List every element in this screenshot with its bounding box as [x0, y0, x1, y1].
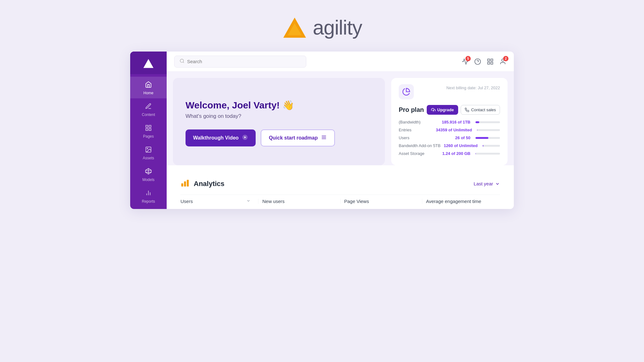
plan-name-row: Pro plan Upgrade: [399, 105, 500, 115]
walkthrough-video-button[interactable]: Walkthrough Video: [186, 129, 256, 146]
notifications-badge: 5: [465, 56, 471, 61]
analytics-header: Analytics Last year: [180, 178, 500, 189]
svg-rect-24: [488, 62, 490, 64]
header-bar: 5: [167, 52, 514, 72]
content-icon: [145, 103, 152, 111]
reports-icon: [145, 189, 152, 198]
contact-btn-label: Contact sales: [471, 107, 496, 112]
sidebar-item-reports[interactable]: Reports: [130, 185, 167, 207]
sidebar-item-models[interactable]: Models: [130, 163, 167, 185]
svg-rect-22: [491, 59, 493, 61]
sidebar-item-content[interactable]: Content: [130, 98, 167, 120]
search-icon: [180, 58, 185, 65]
analytics-col-users: Users: [180, 199, 254, 204]
svg-rect-23: [491, 62, 493, 64]
svg-rect-21: [488, 59, 490, 61]
sidebar-item-assets-label: Assets: [143, 156, 154, 160]
top-logo-section: agility: [0, 0, 644, 52]
avatar-badge: 2: [503, 56, 508, 61]
sidebar-item-models-label: Models: [142, 178, 155, 182]
analytics-columns: Users New users Page Views: [180, 195, 500, 204]
svg-line-18: [183, 62, 184, 63]
sidebar-item-assets[interactable]: Assets: [130, 142, 167, 163]
usage-value: 1260 of Unlimited: [443, 143, 478, 148]
analytics-col-users-label: Users: [180, 199, 193, 204]
sidebar: Home Content Pages: [130, 52, 167, 209]
usage-value: 34359 of Unlimited: [436, 128, 472, 132]
usage-row: Asset Storage 1.24 of 200 GB: [399, 151, 500, 156]
analytics-title: Analytics: [194, 180, 225, 188]
play-icon: [242, 134, 248, 142]
roadmap-icon: [321, 134, 327, 141]
plan-actions: Upgrade Contact sales: [427, 105, 500, 115]
btn-quickstart-label: Quick start roadmap: [269, 135, 318, 141]
quick-start-roadmap-button[interactable]: Quick start roadmap: [261, 129, 335, 146]
analytics-col-avgengagement: Average engagement time: [426, 199, 500, 204]
btn-walkthrough-label: Walkthrough Video: [193, 135, 239, 141]
plan-card-top: Next billing date: Jul 27, 2022: [399, 84, 500, 99]
search-input[interactable]: [187, 59, 301, 64]
usage-bar: [483, 145, 500, 147]
help-btn[interactable]: [474, 58, 481, 65]
svg-rect-33: [184, 181, 186, 186]
welcome-title: Welcome, Joel Varty! 👋: [186, 100, 372, 111]
svg-rect-5: [149, 125, 151, 127]
svg-rect-4: [146, 125, 148, 127]
welcome-subtitle: What's going on today?: [186, 113, 372, 119]
assets-icon: [145, 146, 152, 154]
search-box[interactable]: [174, 56, 306, 68]
plan-icon: [399, 84, 414, 99]
billing-date: Next billing date: Jul 27, 2022: [446, 84, 500, 90]
upgrade-button[interactable]: Upgrade: [427, 105, 458, 115]
usage-rows: (Bandwidth) 185.916 of 1TB Entries 34359…: [399, 120, 500, 159]
analytics-filter-btn[interactable]: Last year: [474, 181, 500, 186]
avatar-btn[interactable]: 2: [499, 58, 506, 65]
usage-row: (Bandwidth) 185.916 of 1TB: [399, 120, 500, 124]
analytics-section: Analytics Last year Users: [173, 172, 508, 209]
analytics-col-pageviews-label: Page Views: [344, 199, 369, 204]
analytics-col-pageviews: Page Views: [344, 199, 418, 204]
sidebar-nav: Home Content Pages: [130, 77, 167, 207]
usage-bar: [477, 129, 500, 131]
sidebar-item-home-label: Home: [143, 91, 153, 95]
svg-rect-34: [187, 180, 189, 186]
usage-label: Users: [399, 135, 433, 140]
sidebar-item-home[interactable]: Home: [130, 77, 167, 98]
usage-bar: [475, 153, 500, 155]
usage-label: Bandwidth Add-on 5TB: [399, 143, 441, 148]
notifications-btn[interactable]: 5: [462, 58, 469, 65]
sidebar-logo-icon: [143, 58, 154, 69]
analytics-icon: [180, 178, 190, 189]
header-actions: 5: [462, 58, 506, 65]
users-chevron-icon[interactable]: [246, 199, 251, 204]
analytics-col-newusers-label: New users: [262, 199, 285, 204]
grid-btn[interactable]: [487, 58, 494, 65]
svg-point-17: [180, 59, 184, 63]
home-icon: [145, 81, 152, 89]
svg-rect-32: [181, 184, 183, 187]
sidebar-item-content-label: Content: [142, 112, 155, 117]
welcome-buttons: Walkthrough Video Quick start roadmap: [186, 129, 372, 146]
welcome-card: Welcome, Joel Varty! 👋 What's going on t…: [173, 78, 385, 165]
usage-row: Entries 34359 of Unlimited: [399, 128, 500, 132]
sidebar-logo: [130, 52, 167, 74]
usage-label: (Bandwidth): [399, 120, 433, 124]
sidebar-item-pages-label: Pages: [143, 134, 154, 139]
models-icon: [145, 168, 152, 176]
app-container: Home Content Pages: [130, 52, 514, 209]
main-area: 5: [167, 52, 514, 209]
upgrade-btn-label: Upgrade: [437, 107, 454, 112]
svg-rect-6: [149, 129, 151, 130]
plan-name: Pro plan: [399, 106, 424, 113]
analytics-title-row: Analytics: [180, 178, 225, 189]
usage-value: 1.24 of 200 GB: [436, 151, 470, 156]
sidebar-item-reports-label: Reports: [142, 199, 155, 204]
svg-rect-7: [146, 129, 148, 130]
filter-label: Last year: [474, 181, 493, 186]
usage-label: Asset Storage: [399, 151, 433, 156]
sidebar-item-pages[interactable]: Pages: [130, 120, 167, 142]
contact-sales-button[interactable]: Contact sales: [461, 105, 500, 115]
pages-icon: [145, 124, 152, 133]
usage-bar: [475, 121, 500, 123]
logo-triangle-icon: [282, 15, 307, 40]
